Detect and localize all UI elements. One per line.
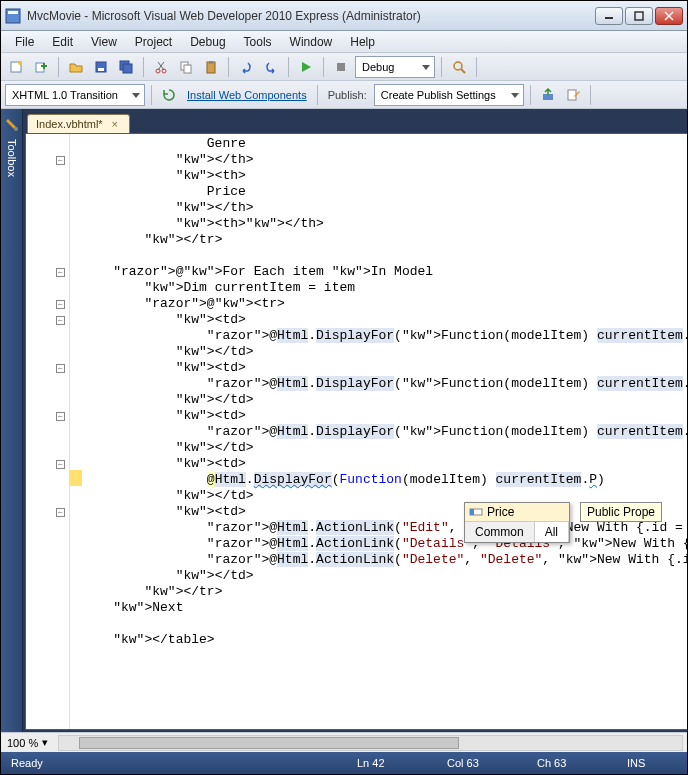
svg-rect-1 xyxy=(8,11,18,14)
svg-rect-12 xyxy=(98,68,104,71)
menu-bar: File Edit View Project Debug Tools Windo… xyxy=(1,31,687,53)
document-area: Index.vbhtml* × ▾ − − − − − − − xyxy=(23,109,688,732)
close-tab-button[interactable]: × xyxy=(109,118,121,130)
document-tab-strip: Index.vbhtml* × ▾ xyxy=(23,109,688,133)
close-button[interactable] xyxy=(655,7,683,25)
add-item-button[interactable] xyxy=(30,56,52,78)
paste-button[interactable] xyxy=(200,56,222,78)
title-bar: MvcMovie - Microsoft Visual Web Develope… xyxy=(1,1,687,31)
status-line: Ln 42 xyxy=(357,757,407,769)
minimize-button[interactable] xyxy=(595,7,623,25)
svg-rect-8 xyxy=(36,63,44,72)
intellisense-tooltip: Public Prope xyxy=(580,502,662,522)
menu-file[interactable]: File xyxy=(7,33,42,51)
svg-rect-28 xyxy=(470,509,474,515)
code-editor[interactable]: − − − − − − − − xyxy=(25,133,688,730)
svg-rect-20 xyxy=(209,61,213,64)
change-margin xyxy=(70,134,82,729)
chevron-down-icon: ▾ xyxy=(42,736,48,749)
publish-dropdown[interactable]: Create Publish Settings xyxy=(374,84,524,106)
save-button[interactable] xyxy=(90,56,112,78)
install-web-components-link[interactable]: Install Web Components xyxy=(183,89,311,101)
intellisense-tab-common[interactable]: Common xyxy=(465,522,535,542)
undo-button[interactable] xyxy=(235,56,257,78)
refresh-icon[interactable] xyxy=(158,84,180,106)
svg-point-26 xyxy=(14,127,18,131)
hscroll-thumb[interactable] xyxy=(79,737,459,749)
svg-rect-14 xyxy=(123,64,132,73)
menu-edit[interactable]: Edit xyxy=(44,33,81,51)
publish-button[interactable] xyxy=(537,84,559,106)
find-button[interactable] xyxy=(448,56,470,78)
svg-rect-3 xyxy=(635,12,643,20)
intellisense-popup[interactable]: Price Common All xyxy=(464,502,570,543)
status-col: Col 63 xyxy=(447,757,497,769)
intellisense-tab-all[interactable]: All xyxy=(535,522,569,542)
horizontal-scrollbar[interactable] xyxy=(58,735,683,751)
doctype-dropdown[interactable]: XHTML 1.0 Transition xyxy=(5,84,145,106)
open-button[interactable] xyxy=(65,56,87,78)
toolbox-icon xyxy=(4,117,20,133)
intellisense-item[interactable]: Price xyxy=(465,503,569,521)
document-tab-label: Index.vbhtml* xyxy=(36,118,103,130)
menu-tools[interactable]: Tools xyxy=(236,33,280,51)
svg-rect-21 xyxy=(337,63,345,71)
new-project-button[interactable] xyxy=(5,56,27,78)
stop-button[interactable] xyxy=(330,56,352,78)
code-text-area[interactable]: Genre "kw"></th> "kw"><th> Price "kw"></… xyxy=(82,134,688,729)
menu-debug[interactable]: Debug xyxy=(182,33,233,51)
property-icon xyxy=(469,505,483,519)
menu-help[interactable]: Help xyxy=(342,33,383,51)
status-ch: Ch 63 xyxy=(537,757,587,769)
maximize-button[interactable] xyxy=(625,7,653,25)
svg-rect-18 xyxy=(184,65,191,73)
editor-bottom-bar: 100 %▾ xyxy=(1,732,687,752)
app-icon xyxy=(5,8,21,24)
window-title: MvcMovie - Microsoft Visual Web Develope… xyxy=(27,9,595,23)
outline-gutter[interactable]: − − − − − − − − xyxy=(26,134,70,729)
svg-rect-25 xyxy=(568,90,576,100)
redo-button[interactable] xyxy=(260,56,282,78)
zoom-selector[interactable]: 100 %▾ xyxy=(1,736,54,749)
web-toolbar: XHTML 1.0 Transition Install Web Compone… xyxy=(1,81,687,109)
status-bar: Ready Ln 42 Col 63 Ch 63 INS xyxy=(1,752,687,774)
svg-point-22 xyxy=(454,62,462,70)
svg-line-23 xyxy=(461,69,465,73)
document-tab[interactable]: Index.vbhtml* × xyxy=(27,114,130,133)
menu-project[interactable]: Project xyxy=(127,33,180,51)
cut-button[interactable] xyxy=(150,56,172,78)
toolbox-panel-tab[interactable]: Toolbox xyxy=(1,109,23,732)
edit-publish-button[interactable] xyxy=(562,84,584,106)
status-ins: INS xyxy=(627,757,677,769)
status-ready: Ready xyxy=(11,757,61,769)
start-debug-button[interactable] xyxy=(295,56,317,78)
publish-label: Publish: xyxy=(328,89,367,101)
menu-window[interactable]: Window xyxy=(282,33,341,51)
svg-point-7 xyxy=(18,61,22,65)
menu-view[interactable]: View xyxy=(83,33,125,51)
copy-button[interactable] xyxy=(175,56,197,78)
save-all-button[interactable] xyxy=(115,56,137,78)
standard-toolbar: Debug xyxy=(1,53,687,81)
solution-config-dropdown[interactable]: Debug xyxy=(355,56,435,78)
